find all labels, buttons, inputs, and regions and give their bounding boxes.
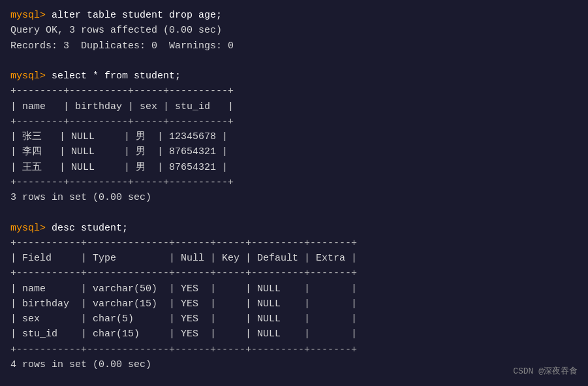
cmd-2: select * from student; <box>46 71 181 82</box>
table1-header: | name | birthday | sex | stu_id | <box>10 101 234 112</box>
terminal-window: mysql> alter table student drop age; Que… <box>0 0 588 386</box>
output-records: Records: 3 Duplicates: 0 Warnings: 0 <box>10 40 234 52</box>
table2-header-border: +-----------+--------------+------+-----… <box>10 268 357 279</box>
table2-border-bottom: +-----------+--------------+------+-----… <box>10 344 357 355</box>
table2-row-1: | name | varchar(50) | YES | | NULL | | <box>10 283 357 295</box>
table2-border-top: +-----------+--------------+------+-----… <box>10 238 357 249</box>
table2-header: | Field | Type | Null | Key | Default | … <box>10 253 357 264</box>
table1-header-border: +--------+----------+-----+----------+ <box>10 116 234 127</box>
prompt-3: mysql> <box>10 223 46 234</box>
cmd-1: alter table student drop age; <box>46 10 222 21</box>
table2-row-3: | sex | char(5) | YES | | NULL | | <box>10 314 357 325</box>
table1-row-1: | 张三 | NULL | 男 | 12345678 | <box>10 131 228 142</box>
table1-row-3: | 王五 | NULL | 男 | 87654321 | <box>10 162 228 173</box>
output-query-ok: Query OK, 3 rows affected (0.00 sec) <box>10 25 222 36</box>
watermark: CSDN @深夜吞食 <box>513 365 578 378</box>
table1-border-top: +--------+----------+-----+----------+ <box>10 86 234 97</box>
prompt-1: mysql> <box>10 10 46 21</box>
prompt-2: mysql> <box>10 71 46 82</box>
table1-row-2: | 李四 | NULL | 男 | 87654321 | <box>10 146 228 157</box>
cmd-3: desc student; <box>46 223 128 234</box>
rows-count-2: 4 rows in set (0.00 sec) <box>10 359 151 370</box>
table2-row-2: | birthday | varchar(15) | YES | | NULL … <box>10 298 357 310</box>
terminal-content: mysql> alter table student drop age; Que… <box>10 8 578 372</box>
table1-border-bottom: +--------+----------+-----+----------+ <box>10 177 234 188</box>
rows-count-1: 3 rows in set (0.00 sec) <box>10 192 151 203</box>
table2-row-4: | stu_id | char(15) | YES | | NULL | | <box>10 329 357 340</box>
